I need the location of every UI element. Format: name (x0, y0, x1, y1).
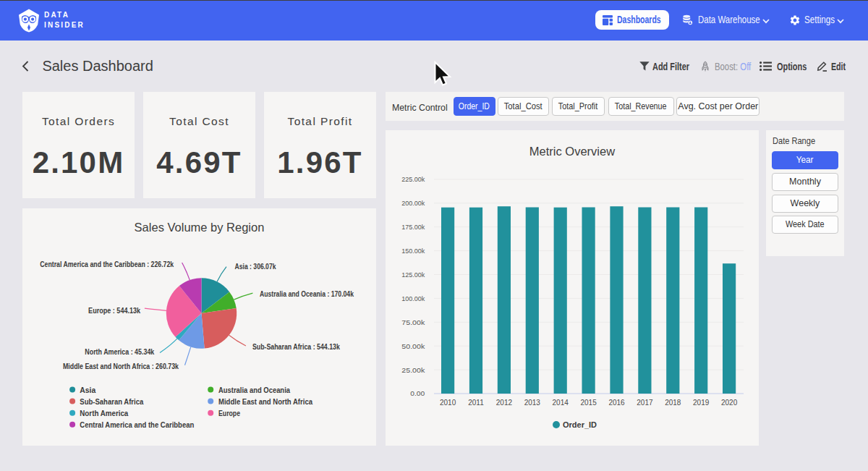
svg-text:200.00k: 200.00k (401, 200, 425, 207)
svg-text:Middle East and North Africa :: Middle East and North Africa : 260.73k (63, 362, 179, 370)
svg-text:Order_ID: Order_ID (563, 420, 597, 429)
svg-text:Australia and Oceania: Australia and Oceania (218, 386, 291, 394)
svg-text:Central America and the Caribb: Central America and the Caribbean (80, 420, 194, 429)
svg-text:2014: 2014 (553, 399, 569, 407)
svg-text:75.00k: 75.00k (401, 319, 425, 326)
svg-text:Europe: Europe (218, 409, 240, 417)
svg-text:2016: 2016 (608, 399, 625, 407)
svg-text:150.00k: 150.00k (401, 247, 425, 255)
svg-text:175.00k: 175.00k (401, 224, 425, 231)
svg-text:2019: 2019 (693, 399, 710, 407)
svg-text:50.00k: 50.00k (401, 343, 425, 350)
svg-text:Europe : 544.13k: Europe : 544.13k (88, 306, 141, 315)
svg-text:Sub-Saharan Africa : 544.13k: Sub-Saharan Africa : 544.13k (252, 342, 341, 351)
svg-text:Sub-Saharan Africa: Sub-Saharan Africa (80, 397, 144, 406)
svg-text:225.00k: 225.00k (401, 176, 425, 183)
svg-text:Asia : 306.07k: Asia : 306.07k (235, 262, 277, 271)
svg-text:0.00: 0.00 (410, 390, 425, 397)
svg-text:2017: 2017 (637, 399, 653, 407)
svg-text:2012: 2012 (496, 399, 513, 407)
svg-text:2013: 2013 (524, 399, 541, 407)
svg-text:Asia: Asia (80, 386, 96, 394)
svg-text:Australia and Oceania : 170.04: Australia and Oceania : 170.04k (260, 289, 354, 298)
svg-text:125.00k: 125.00k (401, 271, 425, 279)
svg-text:2015: 2015 (580, 399, 597, 407)
svg-text:2018: 2018 (665, 399, 681, 407)
svg-text:2020: 2020 (721, 399, 738, 407)
svg-text:Central America and the Caribb: Central America and the Caribbean : 226.… (40, 260, 174, 268)
svg-text:25.00k: 25.00k (401, 367, 425, 374)
svg-text:2010: 2010 (440, 399, 456, 407)
svg-text:North America: North America (80, 409, 129, 417)
svg-text:Middle East and North Africa: Middle East and North Africa (218, 397, 313, 406)
svg-text:2011: 2011 (468, 399, 484, 407)
svg-text:North America : 45.34k: North America : 45.34k (85, 347, 155, 356)
svg-text:100.00k: 100.00k (401, 295, 425, 302)
